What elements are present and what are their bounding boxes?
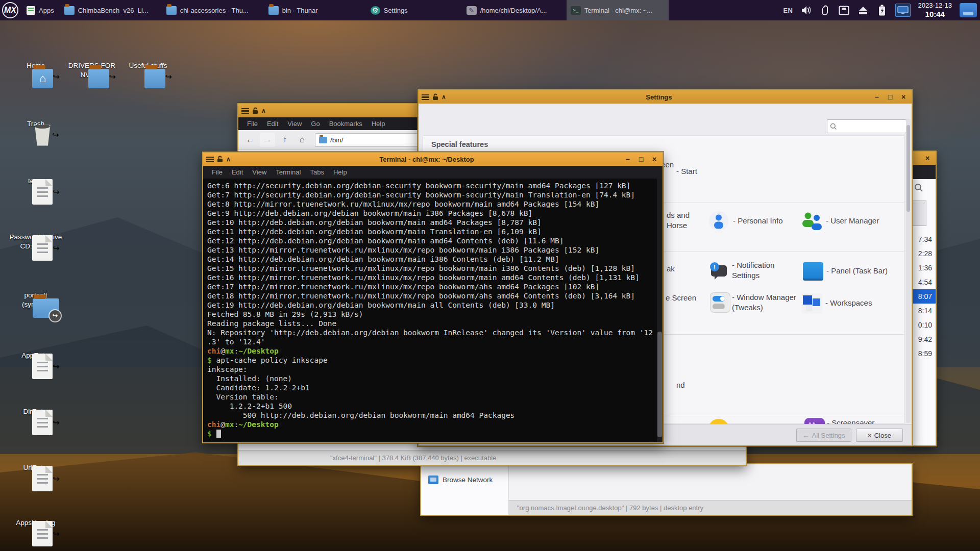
menu-item[interactable]: Edit: [227, 166, 248, 179]
settings-titlebar[interactable]: ∧ Settings – □ ×: [419, 90, 912, 104]
list-item-duration[interactable]: 8:14: [911, 304, 936, 318]
maximize-icon[interactable]: □: [885, 93, 895, 101]
statusbar: "xfce4-terminal" | 378.4 KiB (387,440 by…: [238, 450, 746, 465]
home-button[interactable]: ⌂: [295, 133, 310, 147]
menu-item[interactable]: View: [283, 117, 306, 130]
settings-item-window-manager[interactable]: - Window Manager(Tweaks): [732, 292, 796, 313]
apps-button[interactable]: Apps: [21, 0, 59, 20]
desktop-icon[interactable]: ↪ Useful-stuffs: [122, 32, 174, 70]
close-button[interactable]: × Close: [856, 429, 903, 442]
settings-item-panel[interactable]: - Panel (Task Bar): [826, 266, 888, 276]
shade-icon[interactable]: ∧: [261, 107, 266, 114]
taskbar-button[interactable]: /home/chi/Desktop/A...: [462, 0, 565, 20]
eject-icon[interactable]: [857, 4, 869, 16]
desktop-icon[interactable]: ↪ AppEntry: [10, 321, 61, 360]
taskbar-button[interactable]: chi-accessories - Thu...: [162, 0, 262, 20]
shade-icon[interactable]: ∧: [442, 93, 446, 101]
list-item-duration[interactable]: 2:28: [911, 246, 936, 261]
minimize-icon[interactable]: –: [623, 155, 633, 163]
back-button[interactable]: ←: [242, 133, 258, 147]
close-icon[interactable]: ×: [922, 154, 933, 162]
list-item-duration[interactable]: 1:36: [911, 261, 936, 275]
menu-item[interactable]: Edit: [262, 117, 283, 130]
minimize-icon[interactable]: –: [872, 93, 882, 101]
menu-item[interactable]: Go: [306, 117, 324, 130]
settings-item-user-manager[interactable]: - User Manager: [826, 216, 879, 226]
workspaces-icon[interactable]: [802, 293, 822, 314]
menu-item[interactable]: Help: [367, 117, 390, 130]
taskbar-button[interactable]: Terminal - chi@mx: ~...: [567, 0, 669, 20]
taskbar-button[interactable]: ChimbaBench_v26_Li...: [60, 0, 160, 20]
all-settings-button[interactable]: ← All Settings: [796, 429, 851, 442]
maximize-icon[interactable]: □: [636, 155, 646, 163]
desktop-icon[interactable]: ↪ temp: [10, 147, 61, 186]
menu-item[interactable]: Help: [329, 166, 352, 179]
menu-item[interactable]: File: [207, 166, 227, 179]
personal-info-icon[interactable]: [708, 211, 729, 231]
network-icon[interactable]: [839, 4, 850, 16]
shade-icon[interactable]: ∧: [226, 156, 231, 163]
menu-item[interactable]: Terminal: [271, 166, 305, 179]
menu-item[interactable]: File: [242, 117, 262, 130]
unlock-icon[interactable]: [432, 93, 438, 101]
desktop-icon[interactable]: ↪ DirEntry: [10, 378, 61, 416]
vertical-scrollbar[interactable]: [906, 119, 911, 423]
taskbar-button[interactable]: Settings: [366, 0, 414, 20]
terminal-output[interactable]: Get:6 http://security.debian.org/debian-…: [203, 179, 663, 442]
up-button[interactable]: ↑: [277, 133, 292, 147]
notification-settings-icon[interactable]: !: [708, 261, 729, 281]
thunar-desktop-window[interactable]: Browse Network "org.nomacs.ImageLounge.d…: [420, 463, 913, 516]
list-item-duration[interactable]: 0:10: [911, 318, 936, 332]
list-item-duration[interactable]: 7:34: [911, 232, 936, 246]
desktop-icon[interactable]: ↪ Trash: [10, 90, 61, 129]
settings-item-start[interactable]: - Start: [676, 166, 697, 177]
search-icon[interactable]: [914, 183, 923, 192]
desktop-icon[interactable]: ↪ portsoft (symlink): [10, 261, 61, 309]
desktop-icon[interactable]: ↪ Password for live CD: demo: [5, 203, 66, 251]
window-menu-icon[interactable]: [422, 94, 429, 100]
clock[interactable]: 2023-12-13 10:44: [918, 2, 952, 18]
terminal-menubar: FileEditViewTerminalTabsHelp: [203, 166, 663, 179]
mx-menu-icon[interactable]: MX: [2, 2, 18, 18]
list-item-duration[interactable]: 8:07: [911, 289, 936, 304]
list-item-duration[interactable]: 9:42: [911, 332, 936, 346]
close-icon[interactable]: ×: [649, 155, 659, 163]
battery-icon[interactable]: [876, 4, 888, 16]
unlock-icon[interactable]: [252, 107, 258, 114]
taskbar-button[interactable]: bin - Thunar: [264, 0, 329, 20]
settings-item-workspaces[interactable]: - Workspaces: [825, 298, 872, 308]
panel-taskbar-icon[interactable]: [803, 262, 823, 281]
window-menu-icon[interactable]: [206, 157, 214, 162]
user-manager-icon[interactable]: [801, 211, 822, 231]
terminal-window[interactable]: ∧ Terminal - chi@mx: ~/Desktop – □ × Fil…: [202, 152, 664, 443]
list-item-duration[interactable]: 4:54: [911, 275, 936, 289]
background-list-window[interactable]: × 7:34 2:28 1:36 4:54: [910, 151, 937, 446]
keyboard-layout-indicator[interactable]: EN: [783, 7, 793, 14]
window-manager-tweaks-icon[interactable]: [710, 292, 730, 313]
forward-button[interactable]: →: [260, 133, 275, 147]
show-desktop-icon[interactable]: [960, 3, 977, 17]
display-settings-icon[interactable]: [895, 4, 911, 17]
window-menu-icon[interactable]: [241, 108, 249, 114]
settings-search-input[interactable]: [827, 119, 906, 133]
strip-titlebar[interactable]: ×: [911, 152, 936, 165]
desktop-icon[interactable]: ↪ Home: [10, 32, 61, 70]
thunar-file-area[interactable]: "org.nomacs.ImageLounge.desktop" | 792 b…: [509, 464, 912, 515]
menu-item[interactable]: View: [248, 166, 271, 179]
terminal-scrollbar[interactable]: [657, 179, 663, 442]
volume-icon[interactable]: [801, 4, 812, 16]
menu-item[interactable]: Bookmarks: [325, 117, 367, 130]
clipboard-icon[interactable]: [820, 4, 831, 16]
strip-filter-box[interactable]: [912, 201, 926, 226]
desktop-icon[interactable]: ↪ AppsNaming: [10, 489, 61, 528]
list-item-duration[interactable]: 8:59: [911, 346, 936, 361]
terminal-titlebar[interactable]: ∧ Terminal - chi@mx: ~/Desktop – □ ×: [203, 153, 663, 166]
settings-item-notification[interactable]: - NotificationSettings: [732, 260, 774, 281]
desktop-icon[interactable]: ↪ DRIVERS FOR NVIDIA: [66, 32, 117, 79]
sidebar-item-browse-network[interactable]: Browse Network: [421, 473, 508, 486]
close-icon[interactable]: ×: [898, 93, 909, 101]
desktop-icon[interactable]: ↪ UrlEntry: [10, 434, 61, 472]
menu-item[interactable]: Tabs: [305, 166, 328, 179]
unlock-icon[interactable]: [217, 156, 223, 163]
settings-item-personal-info[interactable]: - Personal Info: [733, 216, 783, 226]
